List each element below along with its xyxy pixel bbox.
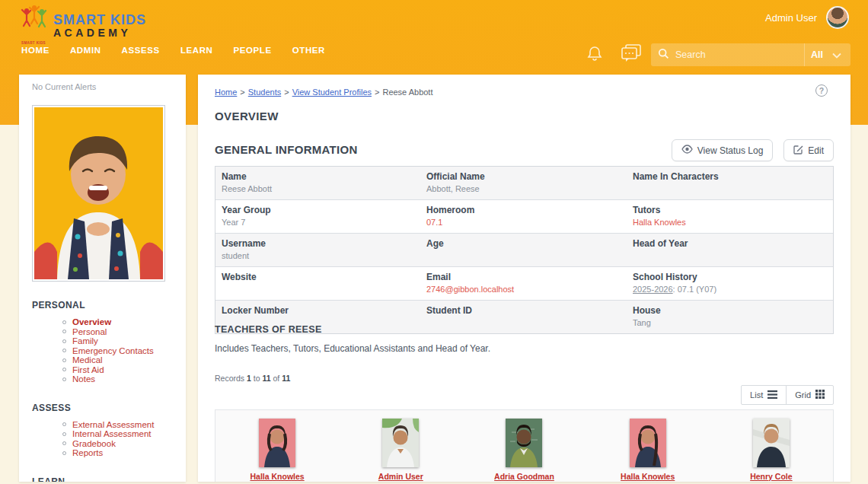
bullet-icon bbox=[62, 377, 66, 381]
sidebar-item-personal[interactable]: Personal bbox=[19, 327, 186, 337]
sidebar-item-gradebook[interactable]: Gradebook bbox=[19, 439, 186, 449]
sidebar-item-family[interactable]: Family bbox=[19, 336, 186, 346]
breadcrumb-separator: > bbox=[375, 88, 379, 97]
bullet-icon bbox=[62, 320, 66, 324]
bullet-icon bbox=[62, 330, 66, 333]
teachers-grid: Halla Knowles Admin User bbox=[215, 409, 834, 482]
table-row: NameReese Abbott Official NameAbbott, Re… bbox=[215, 167, 833, 200]
sidebar-item-medical[interactable]: Medical bbox=[19, 355, 186, 365]
sidebar-item-reports[interactable]: Reports bbox=[19, 448, 186, 458]
sidebar-item-emergency-contacts[interactable]: Emergency Contacts bbox=[19, 346, 186, 356]
sidebar-item-notes[interactable]: Notes bbox=[19, 374, 186, 384]
sidebar-section-learn: LEARN bbox=[32, 476, 186, 482]
view-toggle: List Grid bbox=[741, 385, 834, 405]
field-label-locker-number: Locker Number bbox=[222, 305, 414, 316]
field-label-username: Username bbox=[222, 238, 414, 249]
teacher-photo[interactable] bbox=[630, 419, 666, 467]
breadcrumb-students[interactable]: Students bbox=[248, 88, 281, 97]
email-link[interactable]: 2746@gibbon.localhost bbox=[426, 285, 514, 294]
general-information-table: NameReese Abbott Official NameAbbott, Re… bbox=[215, 166, 834, 334]
records-count: Records 1 to 11 of 11 bbox=[215, 374, 290, 383]
user-area: Admin User bbox=[765, 6, 849, 29]
field-label-student-id: Student ID bbox=[426, 305, 621, 316]
teacher-photo[interactable] bbox=[506, 419, 542, 467]
field-value-age bbox=[426, 251, 621, 261]
main-content: Home>Students>View Student Profiles>Rees… bbox=[198, 75, 850, 482]
sidebar-item-first-aid[interactable]: First Aid bbox=[19, 365, 186, 375]
brand-name-line2: ACADEMY bbox=[53, 27, 146, 39]
teacher-photo[interactable] bbox=[753, 419, 790, 467]
teacher-card: Henry Cole bbox=[710, 410, 833, 482]
edit-button[interactable]: Edit bbox=[783, 139, 834, 161]
nav-item-assess[interactable]: ASSESS bbox=[122, 46, 160, 55]
user-avatar[interactable] bbox=[826, 6, 849, 29]
breadcrumb-current: Reese Abbott bbox=[382, 88, 432, 97]
global-search: All bbox=[651, 43, 850, 66]
user-name[interactable]: Admin User bbox=[765, 12, 817, 24]
tutor-link[interactable]: Halla Knowles bbox=[633, 218, 686, 227]
table-row: Usernamestudent Age Head of Year bbox=[215, 234, 833, 267]
nav-item-admin[interactable]: ADMIN bbox=[70, 46, 101, 55]
help-icon[interactable]: ? bbox=[815, 84, 828, 97]
search-input[interactable] bbox=[675, 49, 804, 60]
field-label-head-of-year: Head of Year bbox=[633, 238, 827, 249]
breadcrumb-view-student-profiles[interactable]: View Student Profiles bbox=[292, 88, 372, 97]
teacher-card: Halla Knowles bbox=[586, 410, 710, 482]
field-label-tutors: Tutors bbox=[633, 205, 827, 215]
header-icons bbox=[583, 42, 643, 65]
field-label-homeroom: Homeroom bbox=[426, 205, 621, 215]
teacher-card: Admin User bbox=[339, 410, 462, 482]
teacher-photo[interactable] bbox=[259, 419, 295, 467]
bullet-icon bbox=[62, 432, 66, 436]
eye-icon bbox=[681, 145, 693, 156]
sidebar-item-overview[interactable]: Overview bbox=[19, 317, 186, 327]
breadcrumb-home[interactable]: Home bbox=[215, 88, 237, 97]
breadcrumb-separator: > bbox=[240, 88, 244, 97]
search-scope-dropdown[interactable]: All bbox=[804, 43, 850, 66]
nav-item-learn[interactable]: LEARN bbox=[180, 46, 213, 55]
sidebar-section-personal: PERSONAL bbox=[32, 300, 186, 310]
teacher-card: Adria Goodman bbox=[462, 410, 586, 482]
bullet-icon bbox=[62, 441, 66, 445]
view-status-log-button[interactable]: View Status Log bbox=[672, 139, 774, 161]
field-value-official-name: Abbott, Reese bbox=[426, 184, 621, 194]
field-label-email: Email bbox=[426, 272, 621, 282]
field-value-student-id bbox=[426, 318, 621, 328]
chevron-down-icon bbox=[832, 48, 841, 62]
breadcrumb: Home>Students>View Student Profiles>Rees… bbox=[215, 88, 433, 97]
teacher-photo[interactable] bbox=[382, 419, 419, 467]
search-scope-value: All bbox=[811, 49, 823, 60]
grid-view-button[interactable]: Grid bbox=[786, 386, 833, 404]
teachers-section-description: Includes Teachers, Tutors, Educational A… bbox=[215, 343, 490, 354]
field-label-name: Name bbox=[222, 171, 414, 182]
field-value-name: Reese Abbott bbox=[222, 184, 414, 194]
table-row: Year GroupYear 7 Homeroom07.1 TutorsHall… bbox=[215, 200, 833, 234]
page-title: OVERVIEW bbox=[215, 110, 279, 123]
teacher-name-link[interactable]: Halla Knowles bbox=[250, 472, 304, 481]
table-row: Website Email2746@gibbon.localhost Schoo… bbox=[215, 267, 833, 301]
nav-item-people[interactable]: PEOPLE bbox=[234, 46, 272, 55]
teacher-name-link[interactable]: Adria Goodman bbox=[494, 472, 554, 481]
homeroom-link[interactable]: 07.1 bbox=[426, 218, 442, 227]
field-value-website bbox=[222, 285, 414, 295]
planner-messages-icon[interactable] bbox=[620, 42, 643, 65]
sidebar: No Current Alerts PERSONAL bbox=[19, 75, 186, 482]
teacher-name-link[interactable]: Halla Knowles bbox=[621, 472, 675, 481]
teacher-name-link[interactable]: Admin User bbox=[378, 472, 423, 481]
bullet-icon bbox=[62, 422, 66, 426]
sidebar-item-external-assessment[interactable]: External Assessment bbox=[19, 420, 186, 430]
notifications-bell-icon[interactable] bbox=[583, 42, 606, 65]
search-icon bbox=[658, 48, 669, 62]
grid-icon bbox=[815, 390, 825, 400]
page: SMART KIDS SMART KIDS ACADEMY Admin User… bbox=[0, 0, 868, 484]
field-label-house: House bbox=[633, 305, 827, 316]
sidebar-item-internal-assessment[interactable]: Internal Assessment bbox=[19, 429, 186, 439]
teacher-name-link[interactable]: Henry Cole bbox=[750, 472, 792, 481]
nav-item-home[interactable]: HOME bbox=[21, 46, 49, 55]
nav-item-other[interactable]: OTHER bbox=[292, 46, 325, 55]
main-nav: HOME ADMIN ASSESS LEARN PEOPLE OTHER bbox=[21, 46, 325, 55]
brand-logo[interactable]: SMART KIDS SMART KIDS ACADEMY bbox=[20, 4, 146, 45]
list-view-button[interactable]: List bbox=[742, 386, 786, 404]
school-year-link[interactable]: 2025-2026 bbox=[633, 285, 673, 294]
field-value-name-in-characters bbox=[633, 184, 827, 194]
